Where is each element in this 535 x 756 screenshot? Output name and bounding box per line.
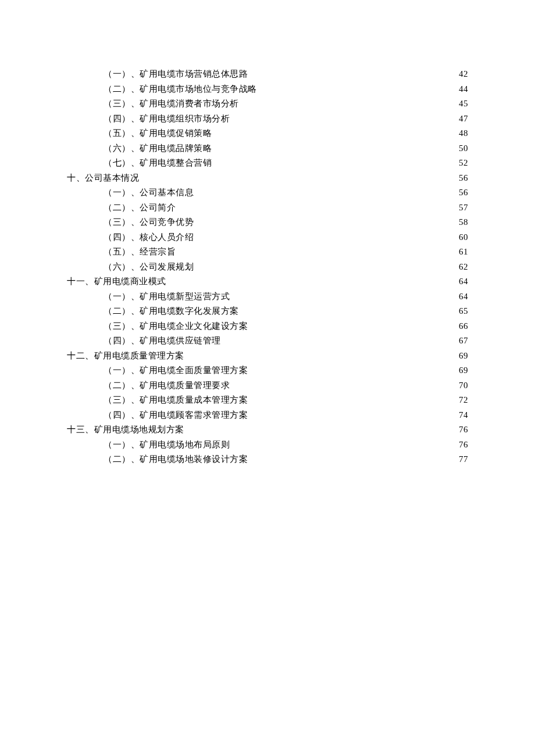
toc-entry-page: 60 <box>459 230 468 245</box>
toc-leader-dots <box>232 439 456 447</box>
toc-entry-label: 十、公司基本情况 <box>67 171 139 186</box>
toc-entry: （七）、矿用电缆整合营销52 <box>67 156 468 171</box>
toc-entry-label: （四）、矿用电缆顾客需求管理方案 <box>104 408 248 423</box>
toc-leader-dots <box>178 246 456 255</box>
toc-leader-dots <box>196 231 456 240</box>
toc-entry: 十三、矿用电缆场地规划方案76 <box>67 422 468 438</box>
toc-entry-label: （五）、矿用电缆促销策略 <box>104 126 212 141</box>
toc-entry-label: 十三、矿用电缆场地规划方案 <box>67 422 184 438</box>
toc-entry: （四）、矿用电缆组织市场分析47 <box>67 112 468 127</box>
toc-leader-dots <box>223 335 457 343</box>
toc-entry-label: （二）、公司简介 <box>104 200 176 216</box>
toc-entry-page: 42 <box>459 67 468 82</box>
toc-entry-page: 69 <box>459 363 468 378</box>
toc-entry-label: （三）、公司竞争优势 <box>104 215 194 230</box>
toc-entry-label: （五）、经营宗旨 <box>104 245 176 260</box>
toc-entry: （一）、矿用电缆全面质量管理方案69 <box>67 363 468 378</box>
toc-entry-page: 44 <box>459 82 468 97</box>
toc-entry: （一）、矿用电缆场地布局原则76 <box>67 438 468 453</box>
toc-entry-label: （一）、矿用电缆新型运营方式 <box>104 289 230 304</box>
toc-entry-page: 47 <box>459 112 468 127</box>
toc-entry-label: （六）、公司发展规划 <box>104 260 194 275</box>
table-of-contents: （一）、矿用电缆市场营销总体思路42（二）、矿用电缆市场地位与竞争战略44（三）… <box>67 67 468 467</box>
toc-entry-label: 十二、矿用电缆质量管理方案 <box>67 349 184 364</box>
toc-leader-dots <box>250 68 456 77</box>
toc-entry-label: （一）、矿用电缆场地布局原则 <box>104 438 230 453</box>
toc-entry: （二）、公司简介57 <box>67 200 468 216</box>
toc-leader-dots <box>232 113 456 121</box>
toc-entry-label: （二）、矿用电缆场地装修设计方案 <box>104 452 248 467</box>
toc-leader-dots <box>178 202 456 210</box>
toc-entry-label: （四）、核心人员介绍 <box>104 230 194 245</box>
toc-leader-dots <box>196 187 456 195</box>
toc-leader-dots <box>250 409 456 418</box>
toc-entry: （一）、公司基本信息56 <box>67 185 468 200</box>
toc-entry-page: 66 <box>459 319 468 334</box>
toc-leader-dots <box>214 142 456 151</box>
toc-entry-label: （二）、矿用电缆市场地位与竞争战略 <box>104 82 257 97</box>
toc-leader-dots <box>250 320 456 329</box>
toc-entry-page: 70 <box>459 378 468 393</box>
toc-entry: （四）、矿用电缆顾客需求管理方案74 <box>67 408 468 423</box>
toc-entry: （一）、矿用电缆新型运营方式64 <box>67 289 468 304</box>
toc-entry-page: 57 <box>459 200 468 216</box>
toc-leader-dots <box>259 83 457 92</box>
toc-entry-page: 76 <box>459 438 468 453</box>
toc-entry-page: 61 <box>459 245 468 260</box>
toc-entry: （五）、经营宗旨61 <box>67 245 468 260</box>
toc-entry: （二）、矿用电缆市场地位与竞争战略44 <box>67 82 468 97</box>
toc-leader-dots <box>196 216 456 225</box>
toc-entry-page: 62 <box>459 260 468 275</box>
toc-leader-dots <box>187 350 457 359</box>
toc-entry-label: （三）、矿用电缆企业文化建设方案 <box>104 319 248 334</box>
toc-entry-page: 48 <box>459 126 468 141</box>
toc-entry-label: 十一、矿用电缆商业模式 <box>67 274 166 289</box>
toc-entry-page: 65 <box>459 304 468 319</box>
toc-entry: （二）、矿用电缆数字化发展方案65 <box>67 304 468 319</box>
toc-leader-dots <box>214 127 456 136</box>
toc-entry-page: 56 <box>459 185 468 200</box>
toc-leader-dots <box>250 364 456 373</box>
toc-entry-label: （四）、矿用电缆组织市场分析 <box>104 112 230 127</box>
toc-entry: （五）、矿用电缆促销策略48 <box>67 126 468 141</box>
toc-entry-label: （二）、矿用电缆质量管理要求 <box>104 378 230 393</box>
toc-entry: （三）、公司竞争优势58 <box>67 215 468 230</box>
toc-leader-dots <box>196 261 456 270</box>
toc-entry: （三）、矿用电缆企业文化建设方案66 <box>67 319 468 334</box>
toc-entry: （四）、核心人员介绍60 <box>67 230 468 245</box>
toc-entry-label: （六）、矿用电缆品牌策略 <box>104 141 212 156</box>
toc-entry-page: 76 <box>459 422 468 438</box>
toc-entry: （二）、矿用电缆场地装修设计方案77 <box>67 452 468 467</box>
toc-entry-page: 64 <box>459 274 468 289</box>
toc-entry: （三）、矿用电缆质量成本管理方案72 <box>67 393 468 408</box>
toc-entry: （六）、矿用电缆品牌策略50 <box>67 141 468 156</box>
toc-entry-page: 56 <box>459 171 468 186</box>
document-page: （一）、矿用电缆市场营销总体思路42（二）、矿用电缆市场地位与竞争战略44（三）… <box>0 0 535 756</box>
toc-entry-page: 50 <box>459 141 468 156</box>
toc-entry: 十、公司基本情况56 <box>67 171 468 186</box>
toc-entry: 十二、矿用电缆质量管理方案69 <box>67 349 468 364</box>
toc-leader-dots <box>232 291 456 299</box>
toc-leader-dots <box>141 172 456 181</box>
toc-leader-dots <box>241 98 457 106</box>
toc-entry-page: 69 <box>459 349 468 364</box>
toc-entry: 十一、矿用电缆商业模式64 <box>67 274 468 289</box>
toc-entry: （一）、矿用电缆市场营销总体思路42 <box>67 67 468 82</box>
toc-entry: （三）、矿用电缆消费者市场分析45 <box>67 96 468 112</box>
toc-entry-label: （一）、矿用电缆市场营销总体思路 <box>104 67 248 82</box>
toc-entry-label: （一）、公司基本信息 <box>104 185 194 200</box>
toc-entry-page: 58 <box>459 215 468 230</box>
toc-leader-dots <box>250 394 456 403</box>
toc-leader-dots <box>169 275 457 284</box>
toc-leader-dots <box>214 157 456 166</box>
toc-entry-page: 64 <box>459 289 468 304</box>
toc-entry-page: 72 <box>459 393 468 408</box>
toc-entry-page: 52 <box>459 156 468 171</box>
toc-entry-label: （七）、矿用电缆整合营销 <box>104 156 212 171</box>
toc-entry-label: （二）、矿用电缆数字化发展方案 <box>104 304 239 319</box>
toc-leader-dots <box>232 379 456 388</box>
toc-entry-page: 67 <box>459 334 468 349</box>
toc-leader-dots <box>241 305 457 314</box>
toc-entry-page: 74 <box>459 408 468 423</box>
toc-entry-label: （三）、矿用电缆质量成本管理方案 <box>104 393 248 408</box>
